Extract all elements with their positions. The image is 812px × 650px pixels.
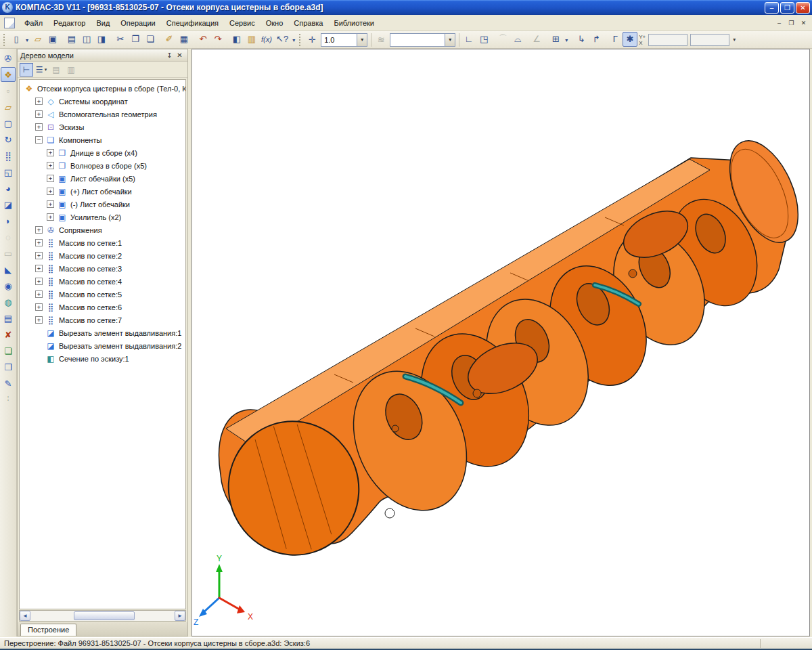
menu-3[interactable]: Вид: [91, 17, 115, 29]
tree-item-7[interactable]: +▣Лист обечайки (x5): [21, 172, 185, 185]
print-icon[interactable]: ▤: [64, 32, 79, 47]
open-icon[interactable]: ▱: [30, 32, 45, 47]
tree-item-19[interactable]: ◪Вырезать элемент выдавливания:1: [21, 326, 185, 339]
move-component-icon[interactable]: ↻: [1, 132, 16, 147]
tree-item-9[interactable]: +▣(-) Лист обечайки: [21, 198, 185, 211]
expand-plus-icon[interactable]: +: [47, 149, 54, 156]
disabled-tool-1-icon[interactable]: ◌: [1, 230, 16, 244]
close-button[interactable]: ✕: [796, 2, 810, 14]
mates-icon[interactable]: ✇: [1, 51, 16, 66]
save-icon[interactable]: ▣: [45, 32, 60, 47]
hole-icon[interactable]: ◉: [1, 278, 16, 293]
scroll-thumb[interactable]: [74, 611, 135, 620]
tree-structure-view-icon[interactable]: ⊢: [20, 63, 33, 77]
tree-item-15[interactable]: +⣿Массив по сетке:4: [21, 275, 185, 288]
tree-item-6[interactable]: +❒Волнорез в сборе (x5): [21, 159, 185, 172]
tree-item-21[interactable]: ◧Сечение по эскизу:1: [21, 352, 185, 365]
cut-icon[interactable]: ✂: [113, 32, 128, 47]
redo-icon[interactable]: ↷: [210, 32, 225, 47]
new-document-icon[interactable]: ▯: [9, 32, 24, 47]
assembly-cubes-icon[interactable]: ❒: [1, 360, 16, 374]
collapse-minus-icon[interactable]: −: [35, 136, 43, 144]
expand-plus-icon[interactable]: +: [47, 188, 54, 195]
edit-cs-icon[interactable]: ◳: [476, 32, 491, 47]
variables-icon[interactable]: ◧: [229, 32, 244, 47]
tree-item-4[interactable]: −❏Компоненты: [21, 133, 185, 146]
chamfer-icon[interactable]: ◣: [1, 262, 16, 277]
help-mode-icon[interactable]: ↖?: [274, 32, 290, 47]
panel-close-icon[interactable]: ✕: [175, 51, 185, 60]
revolve-icon[interactable]: ◕: [1, 181, 16, 196]
tree-item-8[interactable]: +▣(+) Лист обечайки: [21, 185, 185, 198]
tree-item-3[interactable]: +⊡Эскизы: [21, 121, 185, 133]
toolbar-resize-handle[interactable]: ⁞: [7, 395, 9, 402]
add-from-file-icon[interactable]: ▫: [1, 83, 16, 98]
tree-item-14[interactable]: +⣿Массив по сетке:3: [21, 262, 185, 275]
restore-button[interactable]: ❐: [780, 2, 794, 14]
print-preview-icon[interactable]: ◫: [79, 32, 94, 47]
expand-plus-icon[interactable]: +: [35, 239, 43, 246]
menu-7[interactable]: Окно: [261, 17, 289, 29]
open-part-icon[interactable]: ▱: [1, 100, 16, 114]
menu-2[interactable]: Редактор: [48, 17, 91, 29]
cut-extrude-icon[interactable]: ◪: [1, 197, 16, 212]
tree-item-13[interactable]: +⣿Массив по сетке:2: [21, 249, 185, 262]
toolbar-grip-2[interactable]: [299, 34, 302, 46]
delete-object-icon[interactable]: ▥: [244, 32, 259, 47]
fx-icon[interactable]: f(x): [259, 32, 274, 47]
tree-item-18[interactable]: +⣿Массив по сетке:7: [21, 313, 185, 326]
tree-horizontal-scrollbar[interactable]: ◄ ►: [19, 610, 186, 622]
disabled-tool-2-icon[interactable]: ▭: [1, 246, 16, 261]
layers-combo-arrow[interactable]: ▾: [445, 34, 455, 46]
scale-combo-arrow[interactable]: ▾: [357, 34, 367, 46]
menu-1[interactable]: Файл: [19, 17, 48, 29]
angle-icon[interactable]: ∠: [529, 32, 544, 47]
toolbar-grip[interactable]: [3, 34, 7, 46]
relations-icon[interactable]: ▥: [64, 63, 78, 77]
create-part-icon[interactable]: ▢: [1, 116, 16, 131]
snap-magnet-icon[interactable]: ⌒: [495, 32, 510, 47]
tree-item-16[interactable]: +⣿Массив по сетке:5: [21, 288, 185, 301]
condition-icon[interactable]: ✘: [1, 327, 16, 342]
undo-icon[interactable]: ↶: [196, 32, 210, 47]
edit-sketch-icon[interactable]: ✎: [1, 376, 16, 391]
tree-item-2[interactable]: +◁Вспомогательная геометрия: [21, 108, 185, 121]
menu-5[interactable]: Спецификация: [161, 17, 224, 29]
expand-plus-icon[interactable]: +: [35, 98, 43, 105]
tree-item-17[interactable]: +⣿Массив по сетке:6: [21, 301, 185, 313]
mdi-close-button[interactable]: ✕: [798, 18, 809, 28]
scroll-track[interactable]: [30, 611, 175, 621]
copy-icon[interactable]: ❐: [128, 32, 143, 47]
shell-icon[interactable]: ◍: [1, 295, 16, 309]
document-system-icon[interactable]: [4, 18, 15, 28]
3d-viewport[interactable]: Y Z X: [191, 49, 810, 636]
toolbar-overflow-1-icon[interactable]: ▾: [290, 33, 297, 48]
snap-magnet2-icon[interactable]: ⌓: [510, 32, 525, 47]
mdi-restore-button[interactable]: ❐: [786, 18, 797, 28]
report-icon[interactable]: ▤: [49, 63, 63, 77]
spreadsheet-icon[interactable]: ▦: [177, 32, 191, 47]
tree-item-12[interactable]: +⣿Массив по сетке:1: [21, 236, 185, 249]
grid-dropdown-icon[interactable]: ▾: [563, 33, 570, 48]
expand-plus-icon[interactable]: +: [35, 265, 43, 272]
fillet-icon[interactable]: ◗: [1, 213, 16, 228]
expand-plus-icon[interactable]: +: [35, 278, 43, 285]
expand-plus-icon[interactable]: +: [35, 226, 43, 234]
pin-icon[interactable]: ↧: [164, 51, 175, 60]
tree-item-11[interactable]: +✇Сопряжения: [21, 223, 185, 236]
menu-6[interactable]: Сервис: [224, 17, 261, 29]
expand-plus-icon[interactable]: +: [35, 110, 43, 118]
new-dropdown-icon[interactable]: ▾: [24, 33, 30, 48]
minimize-button[interactable]: –: [765, 2, 779, 14]
expand-plus-icon[interactable]: +: [35, 252, 43, 259]
array-icon[interactable]: ⣿: [1, 148, 16, 163]
print-setup-icon[interactable]: ◨: [94, 32, 109, 47]
local-cs-icon[interactable]: ∟: [461, 32, 476, 47]
paste-icon[interactable]: ❏: [143, 32, 158, 47]
grid-icon[interactable]: ⊞: [548, 32, 563, 47]
mdi-minimize-button[interactable]: –: [773, 18, 785, 28]
expand-plus-icon[interactable]: +: [35, 123, 43, 131]
tree-item-5[interactable]: +❒Днище в сборе (x4): [21, 146, 185, 159]
scroll-right-icon[interactable]: ►: [175, 611, 185, 621]
rib-icon[interactable]: ▤: [1, 311, 16, 326]
